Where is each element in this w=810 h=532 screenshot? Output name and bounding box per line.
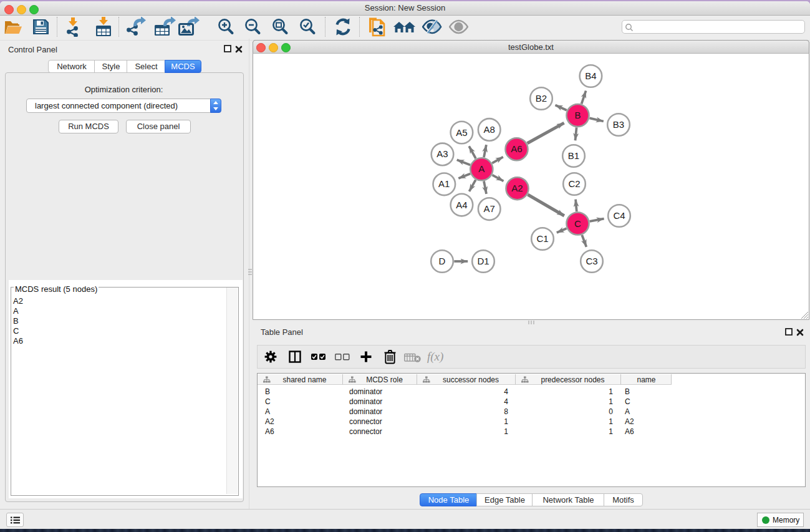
svg-text:C: C	[574, 218, 581, 229]
svg-text:A: A	[478, 163, 485, 174]
svg-text:C2: C2	[568, 178, 580, 189]
svg-text:C1: C1	[536, 233, 548, 244]
svg-text:B: B	[574, 110, 581, 120]
svg-text:A4: A4	[456, 200, 467, 210]
svg-text:A2: A2	[511, 183, 523, 193]
svg-text:B3: B3	[613, 119, 624, 130]
svg-text:A1: A1	[438, 178, 450, 189]
svg-text:D: D	[439, 256, 446, 266]
svg-text:A5: A5	[456, 127, 467, 138]
svg-text:A3: A3	[436, 148, 448, 159]
svg-text:B2: B2	[536, 93, 547, 104]
svg-text:A6: A6	[511, 143, 522, 154]
svg-text:D1: D1	[477, 256, 489, 266]
svg-text:B4: B4	[585, 70, 596, 81]
svg-text:C3: C3	[586, 256, 597, 266]
svg-text:A7: A7	[484, 203, 495, 214]
svg-text:C4: C4	[613, 210, 625, 221]
svg-text:A8: A8	[484, 124, 495, 135]
svg-text:B1: B1	[568, 150, 579, 161]
